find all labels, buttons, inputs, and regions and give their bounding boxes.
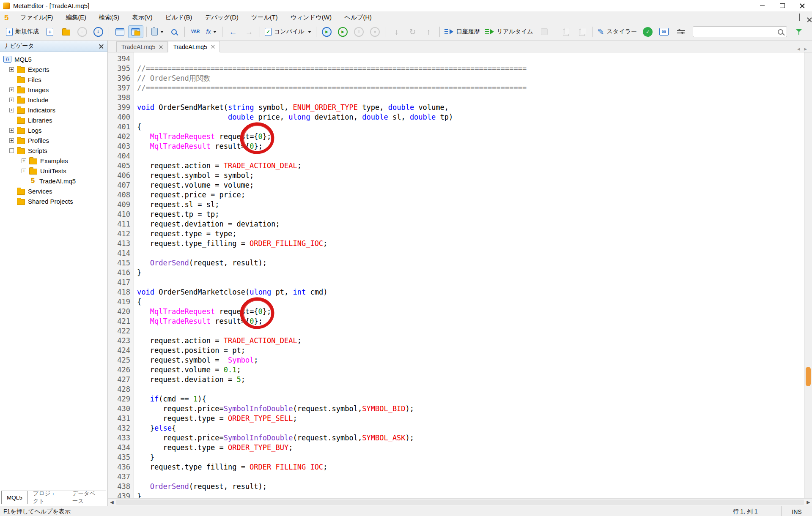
realtime-button[interactable]: リアルタイム bbox=[483, 25, 536, 38]
menu-item-w[interactable]: ウィンドウ(W) bbox=[284, 11, 338, 23]
tree-item-services[interactable]: Services bbox=[0, 186, 107, 196]
tree-item-mql5[interactable]: {}MQL5 bbox=[0, 54, 107, 64]
code-line: request.volume = volume; bbox=[137, 180, 804, 190]
navigator-close-icon[interactable] bbox=[99, 44, 104, 49]
code-line: request.type = type; bbox=[137, 229, 804, 239]
new-file-button[interactable]: +新規作成 bbox=[4, 25, 41, 38]
scroll-left-icon[interactable]: ◀ bbox=[108, 499, 115, 506]
line-number: 416 bbox=[108, 268, 130, 278]
tree-item-include[interactable]: +Include bbox=[0, 95, 107, 105]
menu-item-s[interactable]: 検索(S) bbox=[93, 11, 126, 23]
tree-item-profiles[interactable]: +Profiles bbox=[0, 135, 107, 145]
toggle-toolbox-button[interactable] bbox=[112, 25, 127, 38]
start-icon: ▶ bbox=[338, 27, 348, 37]
tree-expander[interactable]: - bbox=[9, 148, 14, 153]
save-all-button[interactable]: ⇓ bbox=[91, 25, 106, 38]
code-line: OrderSend(request, result); bbox=[137, 258, 804, 268]
line-number: 409 bbox=[108, 200, 130, 210]
tab-close-icon[interactable] bbox=[159, 45, 163, 49]
folder-icon bbox=[29, 158, 37, 164]
vertical-scrollbar[interactable] bbox=[804, 52, 812, 498]
toggle-navigator-button[interactable] bbox=[128, 25, 143, 38]
tree-item-indicators[interactable]: +Indicators bbox=[0, 105, 107, 115]
document-restore-button[interactable] bbox=[799, 14, 800, 21]
navigate-back-button[interactable]: ← bbox=[225, 25, 241, 38]
menu-item-f[interactable]: ファイル(F) bbox=[14, 11, 60, 23]
menu-item-d[interactable]: デバッグ(D) bbox=[198, 11, 245, 23]
tree-expander[interactable]: + bbox=[9, 98, 14, 102]
folder-icon bbox=[17, 98, 25, 104]
line-number: 437 bbox=[108, 472, 130, 482]
line-number: 426 bbox=[108, 365, 130, 375]
search-icon[interactable] bbox=[778, 29, 783, 35]
mql5-cloud-button[interactable]: ✓ bbox=[640, 25, 656, 38]
folder-icon bbox=[17, 87, 25, 93]
minimize-button[interactable] bbox=[752, 0, 772, 11]
code-line: request.volume = 0.1; bbox=[137, 365, 804, 375]
menu-item-v[interactable]: 表示(V) bbox=[126, 11, 159, 23]
styler-button[interactable]: ✎スタイラー bbox=[596, 25, 639, 38]
menu-item-t[interactable]: ツール(T) bbox=[245, 11, 284, 23]
compile-button[interactable]: ✓コンパイル bbox=[263, 25, 313, 38]
account-history-button[interactable]: 口座履歴 bbox=[443, 25, 483, 38]
open-file-button[interactable] bbox=[58, 25, 74, 38]
code-line: void OrderSendMarket(string symbol, ENUM… bbox=[137, 103, 804, 112]
start-button[interactable]: ▶ bbox=[335, 25, 351, 38]
code-view[interactable]: 3943953963973983994004014024034044054064… bbox=[108, 52, 812, 498]
insert-function-button[interactable]: fx bbox=[204, 25, 219, 38]
editor-tab-1[interactable]: TradeAI.mq5 bbox=[116, 41, 168, 52]
start-debugging-button[interactable]: ▶ bbox=[319, 25, 335, 38]
tree-expander[interactable]: + bbox=[22, 169, 26, 173]
options-button[interactable] bbox=[673, 25, 689, 38]
navigator-tab-item[interactable]: データベース bbox=[67, 491, 106, 504]
tree-item-libraries[interactable]: Libraries bbox=[0, 115, 107, 125]
tree-expander[interactable]: + bbox=[9, 87, 14, 92]
tree-item-logs[interactable]: +Logs bbox=[0, 125, 107, 135]
horizontal-scrollbar-thumb[interactable] bbox=[116, 500, 804, 505]
tree-item-tradeai-mq5[interactable]: 5TradeAI.mq5 bbox=[0, 176, 107, 186]
tree-expander[interactable]: + bbox=[9, 108, 14, 112]
menu-item-b[interactable]: ビルド(B) bbox=[159, 11, 198, 23]
horizontal-scrollbar[interactable]: ◀ ▶ bbox=[108, 498, 812, 506]
journal-button[interactable]: 00 bbox=[656, 25, 672, 38]
paste-button[interactable] bbox=[150, 25, 165, 38]
tree-item-experts[interactable]: +Experts bbox=[0, 64, 107, 74]
maximize-button[interactable] bbox=[772, 0, 792, 11]
code-line: { bbox=[137, 122, 804, 132]
paste-dropdown-icon[interactable] bbox=[160, 31, 164, 33]
code-line: } bbox=[137, 453, 804, 462]
insert-variable-button[interactable]: VAR bbox=[188, 25, 203, 38]
menu-item-e[interactable]: 編集(E) bbox=[59, 11, 92, 23]
tree-item-unittests[interactable]: +UnitTests bbox=[0, 166, 107, 176]
tree-item-scripts[interactable]: -Scripts bbox=[0, 145, 107, 156]
tree-item-images[interactable]: +Images bbox=[0, 85, 107, 95]
code-text[interactable]: //======================================… bbox=[134, 52, 804, 498]
navigator-tab-item[interactable]: プロジェクト bbox=[28, 491, 67, 504]
vertical-scrollbar-thumb[interactable] bbox=[806, 367, 811, 386]
tree-item-shared-projects[interactable]: Shared Projects bbox=[0, 196, 107, 206]
new-window-button[interactable]: + bbox=[42, 25, 58, 38]
tab-close-icon[interactable] bbox=[211, 45, 215, 49]
scroll-right-icon[interactable]: ▶ bbox=[805, 499, 812, 506]
code-line: request.sl = sl; bbox=[137, 200, 804, 210]
tree-item-files[interactable]: Files bbox=[0, 74, 107, 85]
tab-scroll-right-icon[interactable]: ▸ bbox=[804, 46, 807, 52]
tree-expander[interactable]: + bbox=[9, 67, 14, 72]
menu-item-h[interactable]: ヘルプ(H) bbox=[338, 11, 378, 23]
close-button[interactable] bbox=[792, 0, 812, 11]
search-input[interactable] bbox=[697, 28, 775, 35]
code-line: request.tp = tp; bbox=[137, 210, 804, 219]
navigator-tab-mql5[interactable]: MQL5 bbox=[1, 491, 28, 504]
insert-function-dropdown-icon[interactable] bbox=[213, 31, 217, 33]
tree-item-examples[interactable]: +Examples bbox=[0, 156, 107, 166]
filter-button[interactable] bbox=[791, 25, 807, 38]
tree-expander[interactable]: + bbox=[9, 138, 14, 143]
editor-tab-2[interactable]: TradeAI.mq5 bbox=[168, 41, 219, 52]
tree-expander[interactable]: + bbox=[22, 158, 26, 163]
tree-expander[interactable]: + bbox=[9, 128, 14, 133]
metaeditor-window: MetaEditor - [TradeAI.mq5] 5 ファイル(F)編集(E… bbox=[0, 0, 812, 516]
navigator-title: ナビゲータ bbox=[4, 42, 34, 50]
tab-scroll-left-icon[interactable]: ◂ bbox=[797, 46, 800, 52]
compile-dropdown-icon[interactable] bbox=[308, 31, 311, 33]
find-in-files-button[interactable] bbox=[166, 25, 181, 38]
